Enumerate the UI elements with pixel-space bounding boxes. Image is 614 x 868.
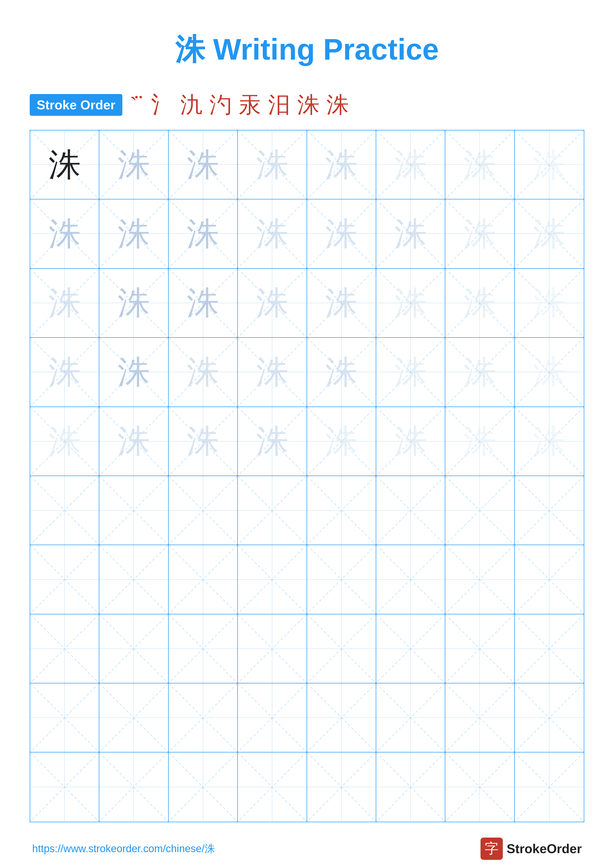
grid-cell[interactable]: 洙 — [99, 269, 168, 338]
grid-cell[interactable]: 洙 — [515, 407, 584, 476]
grid-cell[interactable] — [99, 752, 168, 822]
grid-cell[interactable] — [99, 614, 168, 684]
grid-cell[interactable]: 洙 — [30, 338, 99, 407]
svg-line-80 — [30, 476, 99, 545]
grid-cell[interactable] — [307, 684, 376, 752]
page: 洙 Writing Practice Stroke Order ` ̈ 氵 氿 … — [0, 0, 614, 868]
grid-cell[interactable] — [169, 684, 238, 752]
grid-cell[interactable]: 洙 — [515, 338, 584, 407]
grid-cell[interactable] — [445, 476, 515, 545]
grid-cell[interactable] — [515, 476, 584, 545]
grid-cell[interactable]: 洙 — [99, 200, 168, 268]
grid-cell[interactable] — [307, 752, 376, 822]
grid-cell[interactable] — [515, 614, 584, 684]
grid-cell[interactable]: 洙 — [307, 130, 376, 200]
grid-row-3: 洙 洙 洙 洙 洙 洙 洙 — [30, 269, 584, 338]
grid-cell[interactable]: 洙 — [445, 407, 515, 476]
grid-cell[interactable]: 洙 — [238, 269, 307, 338]
svg-line-152 — [307, 752, 376, 822]
grid-cell[interactable]: 洙 — [99, 338, 168, 407]
grid-cell[interactable] — [238, 476, 307, 545]
footer-url[interactable]: https://www.strokeorder.com/chinese/洙 — [32, 842, 215, 856]
grid-cell[interactable] — [307, 614, 376, 684]
practice-char: 洙 — [118, 149, 150, 181]
grid-cell[interactable]: 洙 — [445, 269, 515, 338]
grid-cell[interactable] — [30, 614, 99, 684]
grid-cell[interactable]: 洙 — [307, 200, 376, 268]
svg-line-83 — [99, 476, 168, 545]
grid-cell[interactable] — [238, 752, 307, 822]
grid-cell[interactable]: 洙 — [238, 338, 307, 407]
grid-cell[interactable]: 洙 — [515, 130, 584, 200]
grid-cell[interactable] — [169, 752, 238, 822]
practice-char: 洙 — [533, 356, 565, 388]
grid-cell[interactable] — [515, 752, 584, 822]
grid-cell[interactable] — [238, 614, 307, 684]
grid-cell[interactable]: 洙 — [238, 407, 307, 476]
grid-cell[interactable]: 洙 — [30, 200, 99, 268]
grid-cell[interactable] — [515, 545, 584, 614]
grid-cell[interactable]: 洙 — [307, 338, 376, 407]
grid-cell[interactable] — [445, 545, 515, 614]
grid-cell[interactable]: 洙 — [30, 407, 99, 476]
grid-cell[interactable] — [99, 476, 168, 545]
svg-line-120 — [307, 614, 376, 683]
grid-cell[interactable]: 洙 — [445, 200, 515, 268]
grid-cell[interactable] — [30, 684, 99, 752]
grid-cell[interactable] — [30, 752, 99, 822]
grid-cell[interactable] — [515, 684, 584, 752]
grid-cell[interactable] — [445, 752, 515, 822]
grid-cell[interactable]: 洙 — [376, 407, 445, 476]
grid-cell[interactable]: 洙 — [169, 200, 238, 268]
svg-line-143 — [515, 684, 584, 752]
grid-cell[interactable]: 洙 — [515, 200, 584, 268]
grid-cell[interactable]: 洙 — [169, 130, 238, 200]
grid-cell[interactable] — [445, 614, 515, 684]
svg-line-84 — [169, 476, 237, 545]
grid-cell[interactable]: 洙 — [169, 407, 238, 476]
grid-cell[interactable]: 洙 — [30, 269, 99, 338]
grid-cell[interactable]: 洙 — [376, 130, 445, 200]
svg-line-135 — [238, 684, 306, 752]
grid-cell[interactable] — [445, 684, 515, 752]
grid-cell[interactable] — [30, 545, 99, 614]
grid-cell[interactable] — [376, 752, 445, 822]
svg-line-157 — [445, 752, 514, 822]
grid-cell[interactable]: 洙 — [307, 269, 376, 338]
grid-cell[interactable] — [169, 614, 238, 684]
grid-cell[interactable] — [169, 476, 238, 545]
grid-cell[interactable] — [99, 684, 168, 752]
grid-cell[interactable]: 洙 — [376, 338, 445, 407]
svg-line-121 — [307, 614, 376, 683]
grid-cell[interactable]: 洙 — [376, 269, 445, 338]
grid-cell[interactable] — [376, 684, 445, 752]
grid-cell[interactable] — [376, 476, 445, 545]
practice-char: 洙 — [187, 287, 219, 319]
grid-cell[interactable] — [376, 545, 445, 614]
grid-cell[interactable] — [99, 545, 168, 614]
grid-cell[interactable]: 洙 — [515, 269, 584, 338]
grid-cell[interactable]: 洙 — [99, 130, 168, 200]
grid-row-10 — [30, 752, 584, 822]
grid-cell[interactable] — [238, 684, 307, 752]
grid-cell[interactable] — [376, 614, 445, 684]
stroke-chars: ` ̈ 氵 氿 汋 汞 汨 洙 洙 — [130, 90, 349, 120]
grid-cell[interactable] — [307, 545, 376, 614]
grid-cell[interactable]: 洙 — [376, 200, 445, 268]
grid-cell[interactable] — [169, 545, 238, 614]
grid-cell[interactable]: 洙 — [307, 407, 376, 476]
grid-cell[interactable]: 洙 — [445, 130, 515, 200]
svg-line-98 — [99, 545, 168, 614]
grid-cell[interactable]: 洙 — [30, 130, 99, 200]
grid-cell[interactable]: 洙 — [99, 407, 168, 476]
grid-cell[interactable]: 洙 — [169, 269, 238, 338]
grid-cell[interactable] — [238, 545, 307, 614]
grid-cell[interactable]: 洙 — [169, 338, 238, 407]
grid-cell[interactable]: 洙 — [238, 200, 307, 268]
grid-cell[interactable] — [307, 476, 376, 545]
grid-cell[interactable] — [30, 476, 99, 545]
practice-char: 洙 — [325, 218, 358, 250]
grid-cell[interactable]: 洙 — [238, 130, 307, 200]
grid-cell[interactable]: 洙 — [445, 338, 515, 407]
grid-row-2: 洙 洙 洙 洙 洙 洙 洙 — [30, 200, 584, 268]
